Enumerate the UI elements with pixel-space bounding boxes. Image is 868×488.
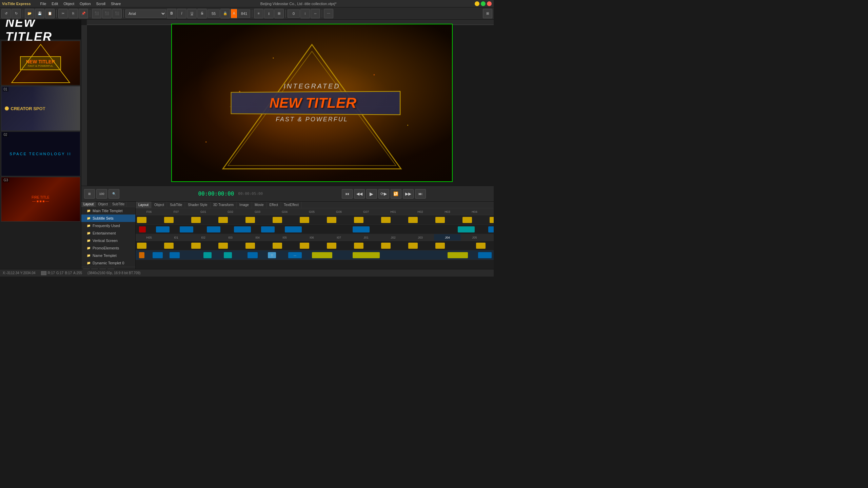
clip-4-2[interactable] [153, 252, 163, 258]
num-input[interactable] [238, 9, 250, 18]
lock-icon[interactable]: 🔒 [220, 9, 230, 18]
tree-item-vertical-screen[interactable]: 📁 Vertical Screen [81, 237, 135, 244]
track-row-4[interactable]: ▽ — [136, 250, 494, 260]
clip-1-13[interactable] [462, 217, 472, 223]
clip-4-5[interactable] [224, 252, 232, 258]
clip-3-12[interactable] [435, 243, 445, 249]
offset-x-input[interactable] [288, 9, 300, 18]
clip-1-14[interactable] [490, 217, 494, 223]
canvas-area[interactable]: INTEGRATED NEW TITLER FAST & POWERFUL [81, 20, 494, 186]
move-down-button[interactable]: ▼ [107, 269, 115, 269]
clip-2-10[interactable] [488, 226, 494, 232]
clip-2-7[interactable] [285, 226, 302, 232]
maximize-button[interactable] [481, 1, 486, 6]
menu-object[interactable]: Object [61, 2, 77, 6]
section-tab-subtitle[interactable]: SubTitle [167, 202, 185, 208]
close-button[interactable] [487, 1, 492, 6]
tree-tab-object[interactable]: Object [96, 202, 110, 207]
track-row-3[interactable] [136, 241, 494, 250]
clip-2-3[interactable] [180, 226, 193, 232]
menu-share[interactable]: Share [108, 2, 123, 6]
clip-4-3[interactable] [170, 252, 180, 258]
clip-2-6[interactable] [261, 226, 275, 232]
open-button[interactable]: 📂 [25, 9, 34, 18]
clip-1-10[interactable] [381, 217, 391, 223]
clip-4-12[interactable] [478, 252, 492, 258]
section-tab-effect[interactable]: Effect [267, 202, 281, 208]
thumbnail-2[interactable]: SPACE TECHNOLOGY II 02 [1, 131, 80, 176]
clip-4-1[interactable] [139, 252, 144, 258]
clip-4-7[interactable]: ▽ [268, 252, 276, 258]
clip-3-7[interactable] [300, 243, 309, 249]
font-size-input[interactable] [208, 9, 220, 18]
go-start-button[interactable]: ⏮ [342, 189, 353, 199]
clip-1-2[interactable] [164, 217, 174, 223]
minimize-button[interactable] [475, 1, 479, 6]
clip-1-5[interactable] [245, 217, 255, 223]
section-tab-texteffect[interactable]: TextEffect [281, 202, 302, 208]
align-v-button[interactable]: ⫿ [264, 9, 274, 18]
track-row-2[interactable] [136, 225, 494, 234]
view-zoom-button[interactable]: 🔍 [108, 189, 119, 199]
clip-3-8[interactable] [327, 243, 336, 249]
menu-file[interactable]: File [38, 2, 49, 6]
clip-3-4[interactable] [218, 243, 228, 249]
clip-4-10[interactable] [353, 252, 380, 258]
clip-3-13[interactable] [476, 243, 486, 249]
clip-3-1[interactable] [137, 243, 146, 249]
menu-edit[interactable]: Edit [49, 2, 61, 6]
clip-4-6[interactable] [248, 252, 258, 258]
color-btn[interactable]: A [231, 9, 237, 18]
clip-1-12[interactable] [435, 217, 445, 223]
clip-4-11[interactable] [448, 252, 468, 258]
menu-option[interactable]: Option [77, 2, 93, 6]
loop-play-button[interactable]: ⟳▶ [378, 189, 389, 199]
tree-tab-layout[interactable]: Layout [81, 202, 96, 207]
tree-item-promo-elements[interactable]: 📁 PromoElements [81, 244, 135, 252]
prev-frame-button[interactable]: ◀◀ [354, 189, 365, 199]
more-options-button[interactable]: ⋯ [324, 9, 333, 18]
clip-2-2[interactable] [156, 226, 170, 232]
tree-tab-subtitle[interactable]: SubTitle [110, 202, 127, 207]
tree-item-entertainment[interactable]: 📁 Entertainment [81, 229, 135, 237]
mirror-button[interactable]: ↕ [300, 9, 310, 18]
add-item-button[interactable]: + [83, 269, 90, 269]
clip-1-8[interactable] [327, 217, 336, 223]
flip-button[interactable]: ↔ [311, 9, 320, 18]
go-end-button[interactable]: ⏭ [415, 189, 426, 199]
section-tab-3d[interactable]: 3D Transform [211, 202, 237, 208]
clip-1-4[interactable] [218, 217, 228, 223]
redo-button[interactable]: ↻ [12, 9, 21, 18]
section-tab-shader[interactable]: Shader Style [185, 202, 210, 208]
thumbnail-3[interactable]: FIRE TITLE— ■ ■ ■ — G3 [1, 177, 80, 222]
clip-3-11[interactable] [408, 243, 418, 249]
play-button[interactable]: ▶ [366, 189, 377, 199]
track-timeline[interactable]: Layout Object SubTitle Shader Style 3D T… [136, 202, 494, 269]
clip-3-10[interactable] [381, 243, 391, 249]
font-selector[interactable]: Arial [125, 9, 166, 18]
clip-3-5[interactable] [245, 243, 255, 249]
menu-scroll[interactable]: Scroll [94, 2, 108, 6]
clip-1-7[interactable] [300, 217, 309, 223]
clip-1-6[interactable] [273, 217, 282, 223]
clip-2-9[interactable] [458, 226, 475, 232]
view-100-button[interactable]: 100 [96, 189, 107, 199]
tree-item-dynamic-templet[interactable]: 📁 Dynamic Templet 0 [81, 259, 135, 267]
loop-button[interactable]: 🔁 [391, 189, 401, 199]
undo-button[interactable]: ↺ [1, 9, 11, 18]
clip-3-6[interactable] [273, 243, 282, 249]
clip-2-1[interactable] [139, 226, 146, 232]
thumbnail-1[interactable]: CREATOR SPOT 01 [1, 86, 80, 131]
save-button[interactable]: 💾 [35, 9, 44, 18]
clip-3-2[interactable] [164, 243, 174, 249]
next-frame-button[interactable]: ▶▶ [403, 189, 414, 199]
clip-3-9[interactable] [354, 243, 363, 249]
align-right-button[interactable]: ⬛ [112, 9, 122, 18]
align-h-button[interactable]: ≡ [254, 9, 263, 18]
copy-button[interactable]: ⎘ [68, 9, 78, 18]
clip-1-9[interactable] [354, 217, 363, 223]
tree-item-main-title[interactable]: 📁 Main Title Templet [81, 207, 135, 215]
clip-1-11[interactable] [408, 217, 418, 223]
clip-4-8[interactable]: — [288, 252, 302, 258]
save-as-button[interactable]: 📋 [45, 9, 55, 18]
